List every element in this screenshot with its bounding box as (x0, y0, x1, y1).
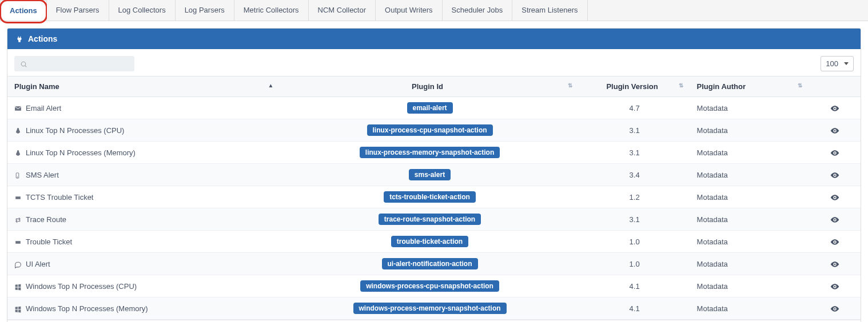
cell-plugin-name: Trouble Ticket (7, 231, 280, 253)
eye-icon[interactable] (830, 259, 839, 268)
tab-scheduler-jobs[interactable]: Scheduler Jobs (443, 0, 513, 21)
eye-icon[interactable] (830, 148, 839, 156)
search-input-wrapper[interactable] (14, 56, 134, 71)
tab-ncm-collector[interactable]: NCM Collector (309, 0, 376, 21)
cell-plugin-author: Motadata (690, 97, 810, 119)
col-header-label: Plugin Id (412, 82, 443, 91)
plugin-id-badge: tcts-trouble-ticket-action (384, 191, 476, 203)
cell-plugin-author: Motadata (690, 253, 810, 275)
cell-plugin-version: 3.1 (579, 208, 690, 231)
tab-log-collectors[interactable]: Log Collectors (109, 0, 176, 21)
plugin-name-text: SMS Alert (26, 171, 59, 179)
cell-plugin-version: 4.1 (579, 275, 690, 297)
eye-icon[interactable] (830, 192, 839, 201)
page-size-value: 100 (826, 59, 838, 68)
plugin-name-text: UI Alert (26, 260, 50, 268)
cell-view-action (809, 186, 861, 208)
eye-icon[interactable] (830, 126, 839, 134)
active-tab-highlight (0, 0, 47, 23)
cell-plugin-author: Motadata (690, 275, 810, 297)
cell-view-action (809, 253, 861, 275)
cell-view-action (809, 275, 861, 297)
sort-asc-icon: ▲ (268, 82, 274, 88)
tab-output-writers[interactable]: Output Writers (376, 0, 443, 21)
plugin-id-badge: trace-route-snapshot-action (379, 214, 481, 225)
cell-plugin-author: Motadata (690, 231, 810, 253)
tab-flow-parsers[interactable]: Flow Parsers (47, 0, 109, 21)
cell-plugin-version: 1.2 (579, 186, 690, 208)
cell-plugin-author: Motadata (690, 297, 810, 320)
cell-plugin-id: trace-route-snapshot-action (280, 208, 579, 231)
table-row: UI Alertui-alert-notification-action1.0M… (7, 253, 861, 275)
cell-plugin-id: tcts-trouble-ticket-action (280, 186, 579, 208)
tab-actions[interactable]: Actions (0, 0, 47, 21)
cell-plugin-author: Motadata (690, 142, 810, 164)
col-plugin-version[interactable]: Plugin Version ⇅ (579, 77, 690, 97)
windows-icon (14, 282, 22, 291)
table-row: Email Alertemail-alert4.7Motadata (7, 97, 861, 119)
col-plugin-name[interactable]: Plugin Name ▲ (7, 77, 280, 97)
table-row: Windows Top N Processes (CPU)windows-pro… (7, 275, 861, 297)
plugin-id-badge: email-alert (407, 102, 453, 114)
windows-icon (14, 304, 22, 313)
cell-plugin-id: linux-process-memory-snapshot-action (280, 142, 579, 164)
sort-icon: ⇅ (679, 82, 683, 88)
comment-icon (14, 260, 22, 268)
search-input[interactable] (31, 59, 129, 68)
page-size-select[interactable]: 100 (821, 56, 854, 71)
tab-metric-collectors[interactable]: Metric Collectors (234, 0, 309, 21)
cell-plugin-version: 4.1 (579, 297, 690, 320)
mobile-icon (14, 171, 22, 179)
retweet-icon (14, 215, 22, 224)
plugin-name-text: Windows Top N Processes (CPU) (26, 282, 137, 291)
col-plugin-id[interactable]: Plugin Id ⇅ (280, 77, 579, 97)
cell-view-action (809, 164, 861, 186)
cell-plugin-name: SMS Alert (7, 164, 280, 186)
cell-plugin-author: Motadata (690, 186, 810, 208)
cell-plugin-name: Linux Top N Processes (CPU) (7, 119, 280, 142)
svg-point-0 (21, 62, 26, 67)
ticket-icon (14, 193, 22, 202)
plugins-table: Plugin Name ▲ Plugin Id ⇅ Plugin Version… (7, 76, 861, 320)
col-header-label: Plugin Version (606, 82, 658, 91)
col-plugin-author[interactable]: Plugin Author ⇅ (690, 77, 810, 97)
col-header-label: Plugin Name (14, 82, 59, 91)
eye-icon[interactable] (830, 103, 839, 112)
eye-icon[interactable] (830, 304, 839, 312)
search-icon (20, 59, 27, 68)
svg-point-3 (17, 177, 18, 178)
panel-header: Actions (7, 29, 861, 49)
cell-plugin-name: Linux Top N Processes (Memory) (7, 142, 280, 164)
cell-plugin-id: trouble-ticket-action (280, 231, 579, 253)
tab-stream-listeners[interactable]: Stream Listeners (512, 0, 587, 21)
svg-line-1 (25, 66, 26, 67)
cell-view-action (809, 142, 861, 164)
cell-plugin-id: ui-alert-notification-action (280, 253, 579, 275)
table-row: Trace Routetrace-route-snapshot-action3.… (7, 208, 861, 231)
panel-toolbar: 100 (7, 49, 861, 76)
eye-icon[interactable] (830, 170, 839, 179)
table-row: TCTS Trouble Tickettcts-trouble-ticket-a… (7, 186, 861, 208)
cell-plugin-version: 3.1 (579, 142, 690, 164)
plugin-name-text: Windows Top N Processes (Memory) (26, 304, 148, 313)
panel-title: Actions (28, 34, 57, 43)
linux-icon (14, 148, 22, 157)
eye-icon[interactable] (830, 281, 839, 290)
plugin-name-text: Linux Top N Processes (Memory) (26, 148, 136, 157)
cell-plugin-version: 1.0 (579, 231, 690, 253)
caret-down-icon (844, 62, 849, 65)
plugin-id-badge: linux-process-cpu-snapshot-action (367, 124, 493, 136)
plugin-name-text: Trace Route (26, 215, 66, 224)
sort-icon: ⇅ (798, 82, 802, 88)
tab-log-parsers[interactable]: Log Parsers (176, 0, 234, 21)
cell-view-action (809, 208, 861, 231)
eye-icon[interactable] (830, 237, 839, 245)
cell-plugin-name: TCTS Trouble Ticket (7, 186, 280, 208)
cell-view-action (809, 297, 861, 320)
table-footer: Showing 1 to 10 of 10 entries Previous 1… (7, 320, 861, 322)
cell-view-action (809, 119, 861, 142)
plugin-id-badge: windows-process-memory-snapshot-action (353, 303, 507, 314)
table-row: Trouble Tickettrouble-ticket-action1.0Mo… (7, 231, 861, 253)
eye-icon[interactable] (830, 215, 839, 223)
cell-plugin-author: Motadata (690, 119, 810, 142)
